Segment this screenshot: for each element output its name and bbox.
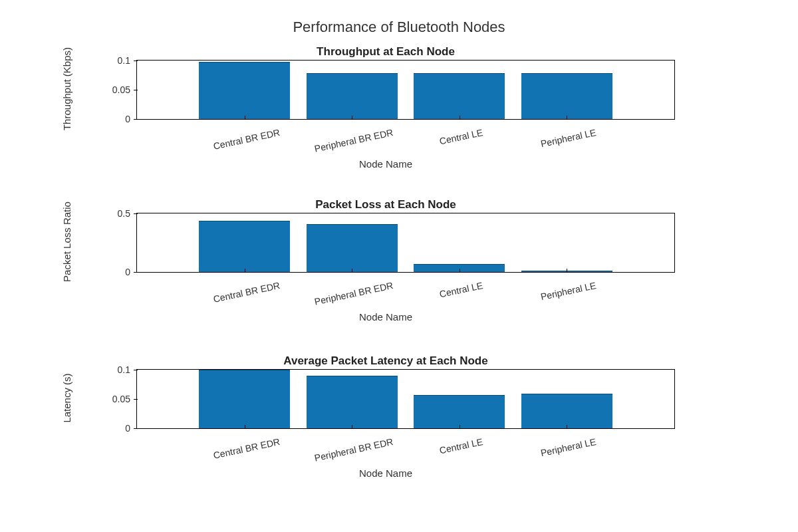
bar <box>521 394 612 428</box>
plot-area: 00.050.1Central BR EDRPeripheral BR EDRC… <box>136 369 675 429</box>
subplot-0: Throughput at Each NodeThroughput (Kbps)… <box>96 60 675 120</box>
x-tick-mark <box>567 269 567 273</box>
y-axis-label: Latency (s) <box>61 355 72 442</box>
x-axis-label: Node Name <box>96 311 675 323</box>
figure-title: Performance of Bluetooth Nodes <box>0 19 798 36</box>
bar <box>307 73 398 119</box>
bar <box>199 221 290 272</box>
y-tick-label: 0.05 <box>112 84 137 95</box>
x-tick-mark <box>245 116 245 120</box>
y-tick-label: 0 <box>125 114 137 124</box>
subplot-1: Packet Loss at Each NodePacket Loss Rati… <box>96 213 675 273</box>
y-tick-label: 0 <box>125 423 137 434</box>
x-tick-label: Peripheral BR EDR <box>314 280 394 307</box>
bar <box>307 224 398 272</box>
y-tick-label: 0.1 <box>118 364 137 375</box>
x-tick-mark <box>460 116 460 120</box>
x-tick-label: Peripheral BR EDR <box>314 436 394 464</box>
x-tick-label: Central BR EDR <box>212 127 281 152</box>
plot-area: 00.5Central BR EDRPeripheral BR EDRCentr… <box>136 213 675 273</box>
x-tick-label: Central LE <box>438 280 483 299</box>
x-tick-label: Peripheral LE <box>540 127 597 149</box>
bar <box>414 395 505 428</box>
y-tick-label: 0.5 <box>118 208 137 219</box>
figure: Performance of Bluetooth Nodes Throughpu… <box>0 0 798 532</box>
x-tick-mark <box>245 269 245 273</box>
subplot-title: Throughput at Each Node <box>96 45 675 59</box>
y-tick-label: 0.1 <box>118 55 137 66</box>
subplot-2: Average Packet Latency at Each NodeLaten… <box>96 369 675 429</box>
x-tick-mark <box>460 425 460 429</box>
x-tick-mark <box>460 269 460 273</box>
bar <box>307 376 398 428</box>
x-tick-label: Central LE <box>438 436 483 456</box>
x-tick-mark <box>245 425 245 429</box>
bar <box>199 370 290 428</box>
x-tick-label: Central LE <box>438 127 483 146</box>
x-tick-label: Peripheral LE <box>540 436 597 458</box>
x-tick-label: Peripheral LE <box>540 280 597 302</box>
x-axis-label: Node Name <box>96 467 675 479</box>
bar <box>414 73 505 119</box>
subplot-title: Packet Loss at Each Node <box>96 198 675 211</box>
bar <box>199 62 290 119</box>
y-tick-label: 0 <box>125 267 137 277</box>
x-tick-mark <box>352 116 352 120</box>
y-axis-label: Throughput (Kbps) <box>61 46 72 132</box>
plot-area: 00.050.1Central BR EDRPeripheral BR EDRC… <box>136 60 675 120</box>
x-tick-label: Central BR EDR <box>212 280 281 305</box>
y-axis-label: Packet Loss Ratio <box>61 199 72 285</box>
x-tick-label: Peripheral BR EDR <box>314 127 394 154</box>
y-tick-label: 0.05 <box>112 394 137 404</box>
x-tick-mark <box>352 269 352 273</box>
bar <box>521 73 612 119</box>
subplot-title: Average Packet Latency at Each Node <box>96 354 675 368</box>
x-tick-mark <box>352 425 352 429</box>
x-tick-mark <box>567 425 567 429</box>
x-tick-mark <box>567 116 567 120</box>
x-tick-label: Central BR EDR <box>212 436 281 461</box>
x-axis-label: Node Name <box>96 158 675 170</box>
